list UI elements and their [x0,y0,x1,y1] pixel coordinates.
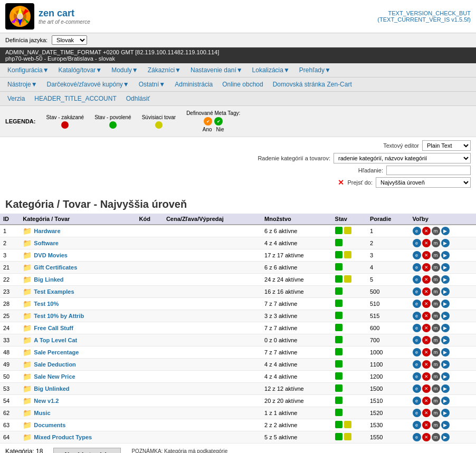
nav-admin[interactable]: Administrácia [170,79,217,90]
go-button[interactable]: ▶ [441,239,450,247]
move-button[interactable]: m [432,348,440,356]
delete-button[interactable]: ✕ [422,360,431,369]
move-button[interactable]: m [432,263,440,272]
go-button[interactable]: ▶ [441,397,450,405]
go-button[interactable]: ▶ [441,336,450,344]
nav-konfig[interactable]: Konfigurácia▼ [3,64,53,76]
delete-button[interactable]: ✕ [422,251,431,259]
category-name-link[interactable]: 📁Big Unlinked [23,384,132,393]
go-button[interactable]: ▶ [441,384,450,393]
edit-button[interactable]: e [413,312,421,320]
move-button[interactable]: m [432,227,440,235]
nav-lokalizacia[interactable]: Lokalizácia▼ [248,64,294,76]
go-button[interactable]: ▶ [441,433,450,441]
go-button[interactable]: ▶ [441,421,450,429]
category-name-link[interactable]: 📁Free Call Stuff [23,324,132,332]
delete-button[interactable]: ✕ [422,263,431,272]
go-button[interactable]: ▶ [441,348,450,356]
sort-select[interactable]: radenie kategórií, názvov kategórií rade… [334,153,471,163]
category-name-link[interactable]: 📁Test Examples [23,287,132,296]
search-input[interactable] [386,166,471,175]
move-button[interactable]: m [432,300,440,308]
category-name-link[interactable]: 📁Test 10% by Attrib [23,312,132,320]
nav-online[interactable]: Online obchod [218,79,267,90]
delete-button[interactable]: ✕ [422,239,431,247]
edit-button[interactable]: e [413,300,421,308]
edit-button[interactable]: e [413,227,421,235]
go-button[interactable]: ▶ [441,312,450,320]
nav-prehlady[interactable]: Prehľady▼ [295,64,335,76]
edit-button[interactable]: e [413,287,421,296]
go-button[interactable]: ▶ [441,409,450,417]
move-button[interactable]: m [432,409,440,417]
delete-button[interactable]: ✕ [422,409,431,417]
nav-ostatni[interactable]: Ostatní▼ [135,79,170,90]
clear-search-button[interactable]: ✕ [338,178,344,187]
go-button[interactable]: ▶ [441,227,450,235]
move-button[interactable]: m [432,397,440,405]
category-name-link[interactable]: 📁Mixed Product Types [23,433,132,441]
delete-button[interactable]: ✕ [422,275,431,284]
delete-button[interactable]: ✕ [422,287,431,296]
delete-button[interactable]: ✕ [422,348,431,356]
category-name-link[interactable]: 📁Test 10% [23,300,132,308]
category-name-link[interactable]: 📁Sale Percentage [23,348,132,356]
category-name-link[interactable]: 📁Sale New Price [23,372,132,381]
delete-button[interactable]: ✕ [422,324,431,332]
nav-odhlasit[interactable]: Odhlásiť [122,93,154,104]
category-name-link[interactable]: 📁Documents [23,421,132,429]
edit-button[interactable]: e [413,360,421,369]
new-category-button[interactable]: Nová kategória [53,448,121,453]
move-button[interactable]: m [432,239,440,247]
language-select[interactable]: Slovak English [52,35,87,45]
go-button[interactable]: ▶ [441,275,450,284]
edit-button[interactable]: e [413,324,421,332]
goto-select[interactable]: Najvyššia úroveň [376,177,471,188]
go-button[interactable]: ▶ [441,324,450,332]
delete-button[interactable]: ✕ [422,421,431,429]
nav-nastroje[interactable]: Nástroje▼ [3,79,42,90]
move-button[interactable]: m [432,287,440,296]
edit-button[interactable]: e [413,433,421,441]
category-name-link[interactable]: 📁DVD Movies [23,251,132,259]
delete-button[interactable]: ✕ [422,227,431,235]
category-name-link[interactable]: 📁Hardware [23,227,132,235]
category-name-link[interactable]: 📁Software [23,239,132,247]
move-button[interactable]: m [432,324,440,332]
category-name-link[interactable]: 📁Sale Deduction [23,360,132,369]
delete-button[interactable]: ✕ [422,433,431,441]
delete-button[interactable]: ✕ [422,372,431,381]
nav-account[interactable]: HEADER_TITLE_ACCOUNT [30,93,120,104]
move-button[interactable]: m [432,336,440,344]
go-button[interactable]: ▶ [441,360,450,369]
delete-button[interactable]: ✕ [422,336,431,344]
move-button[interactable]: m [432,372,440,381]
edit-button[interactable]: e [413,421,421,429]
text-editor-select[interactable]: Plain Text HTML Editor [422,140,471,151]
edit-button[interactable]: e [413,409,421,417]
go-button[interactable]: ▶ [441,263,450,272]
edit-button[interactable]: e [413,275,421,284]
go-button[interactable]: ▶ [441,251,450,259]
delete-button[interactable]: ✕ [422,312,431,320]
category-name-link[interactable]: 📁Gift Certificates [23,263,132,272]
go-button[interactable]: ▶ [441,372,450,381]
edit-button[interactable]: e [413,384,421,393]
edit-button[interactable]: e [413,263,421,272]
go-button[interactable]: ▶ [441,300,450,308]
move-button[interactable]: m [432,312,440,320]
nav-dane[interactable]: Nastavenie daní▼ [186,64,247,76]
edit-button[interactable]: e [413,372,421,381]
move-button[interactable]: m [432,433,440,441]
nav-kupony[interactable]: Darčekové/zľavové kupóny▼ [43,79,134,90]
category-name-link[interactable]: 📁New v1.2 [23,397,132,405]
edit-button[interactable]: e [413,348,421,356]
delete-button[interactable]: ✕ [422,397,431,405]
nav-moduly[interactable]: Moduly▼ [107,64,142,76]
move-button[interactable]: m [432,384,440,393]
edit-button[interactable]: e [413,239,421,247]
move-button[interactable]: m [432,360,440,369]
edit-button[interactable]: e [413,397,421,405]
nav-katalog[interactable]: Katalóg/tovar▼ [54,64,107,76]
move-button[interactable]: m [432,275,440,284]
